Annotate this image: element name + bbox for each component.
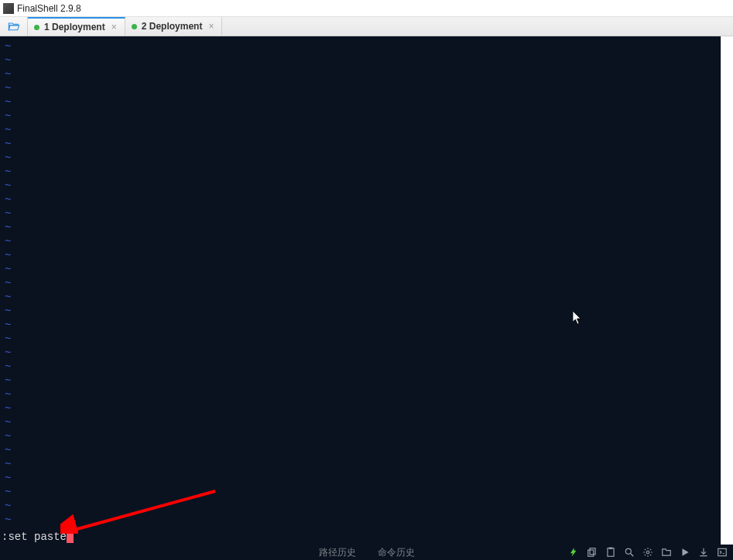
tab-1-deployment[interactable]: 1 Deployment × [28,17,125,36]
folder-icon[interactable] [660,546,673,558]
command-history-link[interactable]: 命令历史 [378,546,415,559]
search-icon[interactable] [623,546,635,558]
tilde-line: ~ [5,39,716,53]
play-icon[interactable] [679,546,691,558]
tilde-line: ~ [5,290,716,304]
gear-icon[interactable] [642,546,654,558]
svg-rect-0 [590,548,595,555]
tilde-line: ~ [5,401,716,415]
download-icon[interactable] [697,546,710,558]
tilde-line: ~ [5,179,716,193]
copy-icon[interactable] [586,546,598,558]
terminal-body: ~~~~~~~~~~~~~~~~~~~~~~~~~~~~~~~~~~~ [0,36,721,530]
open-folder-button[interactable] [0,17,28,36]
tilde-line: ~ [5,471,716,485]
svg-point-6 [646,551,649,554]
tilde-line: ~ [5,81,716,95]
terminal-icon[interactable] [716,546,728,558]
tab-label: 2 Deployment [142,21,203,32]
tilde-line: ~ [5,304,716,318]
tilde-line: ~ [5,457,716,471]
tilde-line: ~ [5,415,716,429]
tilde-line: ~ [5,95,716,109]
title-bar: FinalShell 2.9.8 [0,0,733,17]
tab-close-button[interactable]: × [110,22,118,32]
tab-2-deployment[interactable]: 2 Deployment × [125,17,223,36]
status-icons [567,546,728,558]
tilde-line: ~ [5,360,716,374]
tilde-line: ~ [5,137,716,151]
terminal-pane[interactable]: ~~~~~~~~~~~~~~~~~~~~~~~~~~~~~~~~~~~ :set… [0,36,721,560]
tilde-line: ~ [5,109,716,123]
tilde-line: ~ [5,388,716,401]
cursor [67,531,74,543]
tab-label: 1 Deployment [44,22,105,32]
tilde-line: ~ [5,248,716,262]
svg-rect-2 [608,548,614,557]
app-icon [3,3,14,14]
tilde-line: ~ [5,193,716,207]
tilde-line: ~ [5,276,716,290]
tilde-line: ~ [5,318,716,332]
tilde-line: ~ [5,499,716,513]
app-title: FinalShell 2.9.8 [17,3,81,14]
command-line[interactable]: :set paste [2,531,721,543]
tilde-line: ~ [5,346,716,360]
tilde-line: ~ [5,207,716,220]
tilde-line: ~ [5,53,716,67]
tilde-line: ~ [5,123,716,137]
svg-point-4 [625,548,631,554]
scrollbar[interactable] [721,36,733,560]
status-bar: 路径历史 命令历史 [0,545,733,560]
path-history-link[interactable]: 路径历史 [319,546,356,559]
command-text: :set paste [2,531,67,543]
tilde-line: ~ [5,151,716,165]
tilde-line: ~ [5,165,716,179]
tilde-line: ~ [5,513,716,527]
bolt-icon[interactable] [567,546,580,558]
svg-line-5 [631,554,634,557]
tilde-line: ~ [5,374,716,388]
status-dot-connected [132,24,137,29]
tab-close-button[interactable]: × [207,22,215,31]
tilde-line: ~ [5,262,716,276]
svg-rect-3 [609,548,613,549]
tab-bar: 1 Deployment × 2 Deployment × [0,17,733,36]
status-center: 路径历史 命令历史 [319,546,415,559]
status-dot-connected [34,25,39,30]
tilde-line: ~ [5,220,716,234]
tilde-line: ~ [5,429,716,443]
svg-rect-7 [718,548,727,555]
tilde-line: ~ [5,234,716,248]
tilde-line: ~ [5,67,716,81]
svg-rect-1 [588,550,594,556]
tilde-line: ~ [5,485,716,499]
folder-open-icon [8,21,20,32]
clipboard-icon[interactable] [605,546,617,558]
tilde-line: ~ [5,332,716,346]
tilde-line: ~ [5,443,716,457]
